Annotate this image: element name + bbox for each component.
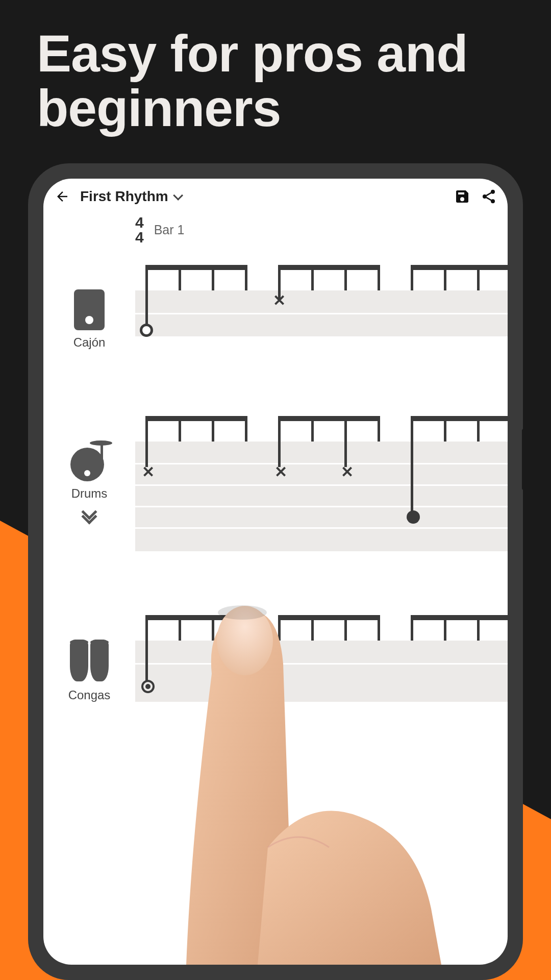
- stem: [278, 416, 281, 467]
- save-button[interactable]: [454, 188, 471, 205]
- time-signature[interactable]: 4 4: [135, 215, 144, 244]
- project-title-dropdown[interactable]: First Rhythm: [80, 188, 181, 205]
- track-congas: Congas: [43, 615, 508, 702]
- stem: [179, 615, 181, 641]
- beam: [411, 416, 508, 421]
- instrument-congas-label: Congas: [68, 688, 111, 702]
- bar-info: 4 4 Bar 1: [135, 215, 508, 244]
- share-icon: [481, 188, 497, 205]
- notation-drums[interactable]: ✕ ✕ ✕: [135, 416, 508, 549]
- tracks-container: Cajón: [43, 265, 508, 702]
- stem: [311, 265, 314, 290]
- phone-side-button: [522, 429, 527, 490]
- stem: [344, 416, 347, 467]
- stem: [245, 265, 247, 290]
- stem: [344, 265, 347, 290]
- svg-point-1: [483, 194, 487, 199]
- beam: [145, 615, 247, 620]
- beam: [411, 265, 508, 270]
- track-cajon: Cajón: [43, 265, 508, 350]
- stem: [477, 416, 480, 442]
- beam: [278, 265, 380, 270]
- stem: [179, 265, 181, 290]
- note-open[interactable]: [140, 324, 153, 337]
- instrument-cajon-label: Cajón: [73, 335, 106, 350]
- staff-bg: [135, 442, 508, 551]
- app-screen: First Rhythm 4 4: [43, 179, 508, 965]
- stem: [145, 265, 148, 325]
- note-target[interactable]: [141, 680, 155, 693]
- staff-line: [135, 313, 508, 314]
- stem: [212, 615, 214, 641]
- notation-congas[interactable]: [135, 615, 508, 697]
- stem: [444, 416, 446, 442]
- instrument-congas[interactable]: Congas: [54, 640, 125, 702]
- congas-icon: [69, 640, 110, 683]
- bar-label: Bar 1: [154, 223, 185, 237]
- cajon-icon: [74, 289, 105, 330]
- stem: [411, 615, 413, 641]
- stem: [212, 416, 214, 442]
- track-drums: Drums: [43, 416, 508, 549]
- stem: [378, 265, 380, 290]
- staff-line: [135, 463, 508, 464]
- beam: [145, 416, 247, 421]
- share-button[interactable]: [480, 188, 497, 205]
- stem: [311, 416, 314, 442]
- expand-toggle[interactable]: [82, 513, 96, 523]
- stem: [378, 615, 380, 641]
- stem: [477, 265, 480, 290]
- project-title-label: First Rhythm: [80, 188, 168, 205]
- staff-bg: [135, 641, 508, 702]
- beam: [278, 416, 380, 421]
- note-x[interactable]: ✕: [341, 466, 353, 478]
- note-filled[interactable]: [407, 510, 420, 524]
- note-x[interactable]: ✕: [142, 466, 154, 478]
- save-icon: [454, 188, 470, 205]
- stem: [477, 615, 480, 641]
- back-button[interactable]: [54, 188, 71, 205]
- app-toolbar: First Rhythm: [43, 179, 508, 212]
- chevron-down-icon: [173, 190, 183, 201]
- stem: [311, 615, 314, 641]
- note-x[interactable]: ✕: [274, 466, 287, 478]
- staff-line: [135, 527, 508, 529]
- phone-frame: First Rhythm 4 4: [28, 163, 523, 980]
- stem: [212, 265, 214, 290]
- stem: [444, 615, 446, 641]
- stem: [245, 416, 247, 442]
- stem: [145, 615, 148, 681]
- stem: [411, 265, 413, 290]
- stem: [411, 416, 413, 516]
- beam: [145, 265, 247, 270]
- promo-headline: Easy for pros and beginners: [37, 27, 531, 136]
- stem: [145, 416, 148, 467]
- staff-line: [135, 484, 508, 486]
- stem: [179, 416, 181, 442]
- timesig-bottom: 4: [135, 230, 144, 245]
- beam: [278, 615, 380, 620]
- drums-icon: [66, 440, 112, 481]
- instrument-cajon[interactable]: Cajón: [54, 289, 125, 350]
- stem: [444, 265, 446, 290]
- instrument-drums[interactable]: Drums: [54, 440, 125, 523]
- stem: [278, 615, 281, 641]
- instrument-drums-label: Drums: [71, 486, 108, 501]
- beam: [411, 615, 508, 620]
- note-x[interactable]: ✕: [273, 295, 285, 307]
- stem: [245, 615, 247, 641]
- timesig-top: 4: [135, 215, 144, 230]
- notation-cajon[interactable]: ✕: [135, 265, 508, 347]
- stem: [378, 416, 380, 442]
- arrow-left-icon: [55, 189, 70, 204]
- stem: [344, 615, 347, 641]
- staff-line: [135, 506, 508, 507]
- staff-line: [135, 663, 508, 665]
